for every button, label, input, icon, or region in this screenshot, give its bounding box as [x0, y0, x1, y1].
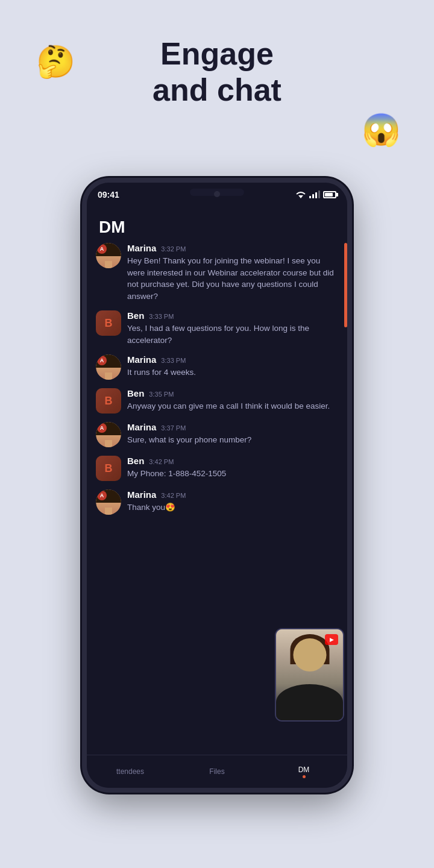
message-row: A Marina 3:42 PM Thank you😍: [96, 489, 338, 515]
avatar-ben-1: B: [96, 310, 121, 336]
message-time-2: 3:33 PM: [149, 313, 174, 320]
message-author-4: Ben: [127, 388, 144, 398]
video-inner: ▶: [276, 629, 343, 720]
message-text-3: It runs for 4 weeks.: [127, 366, 338, 379]
message-text-2: Yes, I had a few questions for you. How …: [127, 322, 338, 346]
message-time-7: 3:42 PM: [161, 492, 186, 499]
message-row: B Ben 3:33 PM Yes, I had a few questions…: [96, 310, 338, 346]
nav-item-dm[interactable]: DM: [260, 766, 347, 778]
scared-emoji: 😱: [362, 112, 401, 148]
phone-camera: [214, 191, 220, 197]
nav-label-dm: DM: [298, 766, 310, 774]
page-background: Engage and chat 🤔 😱 09:41: [0, 0, 434, 868]
message-text-4: Anyway you can give me a call I think it…: [127, 400, 338, 412]
nav-label-attendees: ttendees: [116, 767, 144, 776]
youtube-play-icon[interactable]: ▶: [325, 634, 338, 645]
svg-marker-0: [298, 195, 303, 198]
phone-frame: 09:41: [82, 178, 352, 793]
avatar-ben-3: B: [96, 456, 121, 481]
avatar-marina-4: A: [96, 489, 121, 515]
message-text-6: My Phone: 1-888-452-1505: [127, 468, 338, 480]
message-content-5: Marina 3:37 PM Sure, what is your phone …: [127, 422, 338, 446]
chat-title: DM: [87, 207, 347, 243]
nav-item-attendees[interactable]: ttendees: [87, 767, 174, 776]
message-content-6: Ben 3:42 PM My Phone: 1-888-452-1505: [127, 456, 338, 480]
battery-icon: [323, 191, 336, 198]
message-content-1: Marina 3:32 PM Hey Ben! Thank you for jo…: [127, 243, 338, 302]
message-row: A Marina 3:37 PM Sure, what is your phon…: [96, 422, 338, 447]
message-author-3: Marina: [127, 354, 156, 365]
message-header-4: Ben 3:35 PM: [127, 388, 338, 398]
avatar-marina-2: A: [96, 354, 121, 380]
message-content-2: Ben 3:33 PM Yes, I had a few questions f…: [127, 310, 338, 346]
message-header-3: Marina 3:33 PM: [127, 354, 338, 365]
message-text-5: Sure, what is your phone number?: [127, 434, 338, 446]
thinking-emoji: 🤔: [36, 43, 75, 80]
message-text-1: Hey Ben! Thank you for joining the webin…: [127, 255, 338, 302]
message-row: B Ben 3:42 PM My Phone: 1-888-452-1505: [96, 456, 338, 481]
video-thumbnail[interactable]: ▶: [275, 628, 344, 722]
message-time-6: 3:42 PM: [149, 458, 174, 465]
scrollbar[interactable]: [344, 243, 347, 327]
bottom-nav: ttendees Files DM: [87, 755, 347, 788]
message-author-5: Marina: [127, 422, 156, 432]
status-time: 09:41: [98, 190, 119, 200]
message-row: A Marina 3:33 PM It runs for 4 weeks.: [96, 354, 338, 380]
message-author-7: Marina: [127, 489, 156, 500]
nav-active-dot: [303, 775, 306, 778]
message-time-3: 3:33 PM: [161, 357, 186, 364]
message-header-6: Ben 3:42 PM: [127, 456, 338, 466]
nav-item-files[interactable]: Files: [174, 767, 260, 776]
message-content-4: Ben 3:35 PM Anyway you can give me a cal…: [127, 388, 338, 412]
message-row: B Ben 3:35 PM Anyway you can give me a c…: [96, 388, 338, 414]
message-author-6: Ben: [127, 456, 144, 466]
avatar-marina-3: A: [96, 422, 121, 447]
message-time-1: 3:32 PM: [161, 245, 186, 253]
message-row: A Marina 3:32 PM Hey Ben! Thank you for …: [96, 243, 338, 302]
message-text-7: Thank you😍: [127, 502, 338, 514]
wifi-icon: [295, 191, 306, 199]
signal-icon: [309, 191, 320, 198]
avatar-ben-2: B: [96, 388, 121, 414]
chat-area[interactable]: DM A Marina: [87, 207, 347, 755]
message-time-4: 3:35 PM: [149, 391, 174, 398]
avatar-marina-1: A: [96, 243, 121, 268]
message-content-3: Marina 3:33 PM It runs for 4 weeks.: [127, 354, 338, 379]
avatar-indicator: A: [97, 244, 107, 254]
message-header-7: Marina 3:42 PM: [127, 489, 338, 500]
message-header-5: Marina 3:37 PM: [127, 422, 338, 432]
message-content-7: Marina 3:42 PM Thank you😍: [127, 489, 338, 514]
message-header-2: Ben 3:33 PM: [127, 310, 338, 321]
message-author-1: Marina: [127, 243, 156, 253]
message-header-1: Marina 3:32 PM: [127, 243, 338, 253]
nav-label-files: Files: [209, 767, 224, 776]
messages-container: A Marina 3:32 PM Hey Ben! Thank you for …: [87, 243, 347, 523]
message-author-2: Ben: [127, 310, 144, 321]
message-time-5: 3:37 PM: [161, 424, 186, 432]
status-icons: [295, 191, 336, 199]
